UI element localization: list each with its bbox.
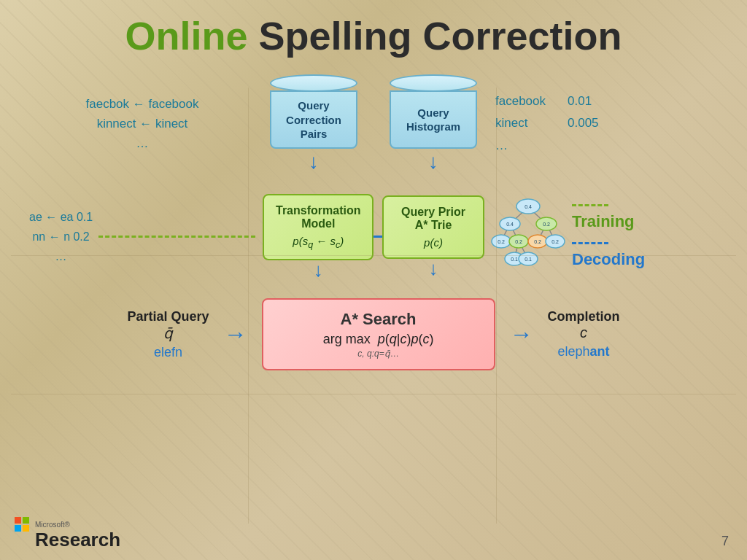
row-divider-1 <box>11 255 736 256</box>
col-divider-2 <box>496 88 497 524</box>
svg-text:0.1: 0.1 <box>511 257 518 262</box>
dashed-left <box>98 236 255 238</box>
research-text: Research <box>35 529 120 551</box>
svg-text:0.2: 0.2 <box>534 239 541 244</box>
page-number: 7 <box>721 534 729 549</box>
row-divider-2 <box>11 394 736 394</box>
arrow-to-search: → <box>224 321 247 348</box>
completion-math: c <box>548 324 620 341</box>
slide: Online Spelling Correction faecbok ← fac… <box>0 0 747 560</box>
top-right-col2-r2: 0.005 <box>568 112 599 135</box>
astar-box: A* Search arg max p(q|c)p(c) c, q:q=q̄… <box>262 298 495 370</box>
title-rest: Spelling Correction <box>247 14 622 58</box>
partial-query: Partial Query q̄ elefn <box>127 309 209 360</box>
cylinder-left-arrow: ↓ <box>309 152 319 172</box>
transform-col: TransformationModel p(sq ← sc) ↓ <box>263 194 374 279</box>
ml-line2: nn ← n 0.2 <box>29 227 93 246</box>
middle-h-connector <box>374 236 382 238</box>
ms-logo: Microsoft® Research <box>15 517 120 551</box>
top-right-values: facebook kinect … 0.01 0.005 <box>495 90 714 158</box>
transform-formula: p(sq ← sc) <box>276 235 360 250</box>
prior-title: Query PriorA* Trie <box>395 206 471 232</box>
prior-box: Query PriorA* Trie p(c) <box>382 195 484 259</box>
top-right-col1-r2: kinect <box>495 112 546 135</box>
cylinder-right-arrow: ↓ <box>428 152 438 172</box>
prior-formula: p(c) <box>395 236 471 249</box>
ms-text-group: Microsoft® Research <box>35 521 120 551</box>
top-left-annotation: faecbok ← facebook kinnect ← kinect … <box>22 87 263 161</box>
middle-left: ae ← ea 0.1 nn ← n 0.2 … <box>22 207 263 267</box>
top-left-line2: kinnect ← kinect <box>29 114 255 133</box>
cylinder-left-top <box>270 74 357 92</box>
ms-flag-green <box>23 517 29 524</box>
svg-text:0.2: 0.2 <box>498 239 505 244</box>
ms-flag-icon <box>15 517 29 532</box>
top-right-col1-r3: … <box>495 135 546 158</box>
top-left-line1: faecbok ← facebook <box>29 94 255 114</box>
col-divider-1 <box>248 88 249 524</box>
slide-title: Online Spelling Correction <box>22 15 725 58</box>
top-right-col1: facebook kinect … <box>495 90 546 158</box>
ms-flag-blue <box>15 525 21 532</box>
cylinder-right-container: QueryHistogram ↓ <box>382 74 484 172</box>
trie-svg: 0.4 0.4 0.2 0.2 0.2 0.2 0.2 0.1 0.1 <box>488 196 568 276</box>
cylinder-right-body: QueryHistogram <box>390 90 477 149</box>
completion-bold: ant <box>590 344 610 359</box>
arrow-to-completion: → <box>510 321 533 348</box>
bottom-section: Partial Query q̄ elefn → A* Search arg m… <box>22 298 725 370</box>
right-side-labels: Training Decoding <box>572 204 645 269</box>
transform-down-arrow: ↓ <box>314 260 323 279</box>
middle-row: ae ← ea 0.1 nn ← n 0.2 … TransformationM… <box>22 185 725 287</box>
partial-query-label: Partial Query <box>127 309 209 324</box>
partial-query-math: q̄ <box>127 324 209 342</box>
ml-line1: ae ← ea 0.1 <box>29 207 93 227</box>
cylinder-left-container: QueryCorrectionPairs ↓ <box>263 74 365 172</box>
prior-col: Query PriorA* Trie p(c) ↓ <box>382 195 484 278</box>
cylinder-right-label: QueryHistogram <box>406 106 460 134</box>
top-right-annotation: facebook kinect … 0.01 0.005 <box>484 83 725 165</box>
astar-title: A* Search <box>281 310 476 329</box>
svg-text:0.4: 0.4 <box>506 222 514 227</box>
completion: Completion c elephant <box>548 309 620 359</box>
astar-sub: c, q:q=q̄… <box>281 349 476 359</box>
top-left-line3: … <box>29 133 255 153</box>
cylinder-left-label: QueryCorrectionPairs <box>286 98 341 141</box>
partial-query-example: elefn <box>127 345 209 360</box>
top-right-col1-r1: facebook <box>495 90 546 113</box>
middle-right: 0.4 0.4 0.2 0.2 0.2 0.2 0.2 0.1 0.1 <box>484 196 725 276</box>
transform-title: TransformationModel <box>276 204 360 230</box>
ms-flag-red <box>15 517 21 524</box>
cylinder-left-body: QueryCorrectionPairs <box>270 90 357 149</box>
decoding-label: Decoding <box>572 250 645 269</box>
top-row: faecbok ← facebook kinnect ← kinect … Qu… <box>22 65 725 182</box>
prior-down-arrow: ↓ <box>429 259 438 278</box>
completion-example: elephant <box>548 344 620 359</box>
completion-label: Completion <box>548 309 620 324</box>
ml-line3: … <box>29 246 93 266</box>
astar-formula: arg max p(q|c)p(c) <box>281 332 476 347</box>
svg-text:0.2: 0.2 <box>543 222 550 227</box>
svg-text:0.2: 0.2 <box>515 239 522 244</box>
svg-text:0.4: 0.4 <box>525 204 532 209</box>
title-online: Online <box>125 14 247 58</box>
ms-flag-yellow <box>23 525 29 532</box>
top-right-col2: 0.01 0.005 <box>568 90 599 158</box>
training-dashed <box>572 204 608 206</box>
svg-text:0.2: 0.2 <box>551 239 559 244</box>
top-right-col2-r1: 0.01 <box>568 90 599 113</box>
completion-normal: eleph <box>558 344 590 359</box>
cylinder-right-top <box>390 74 477 92</box>
ms-label: Microsoft® <box>35 521 120 529</box>
transform-box: TransformationModel p(sq ← sc) <box>263 194 374 260</box>
middle-left-text: ae ← ea 0.1 nn ← n 0.2 … <box>29 207 93 267</box>
svg-text:0.1: 0.1 <box>525 257 532 262</box>
training-label: Training <box>572 212 645 231</box>
decoding-dashed <box>572 242 608 244</box>
